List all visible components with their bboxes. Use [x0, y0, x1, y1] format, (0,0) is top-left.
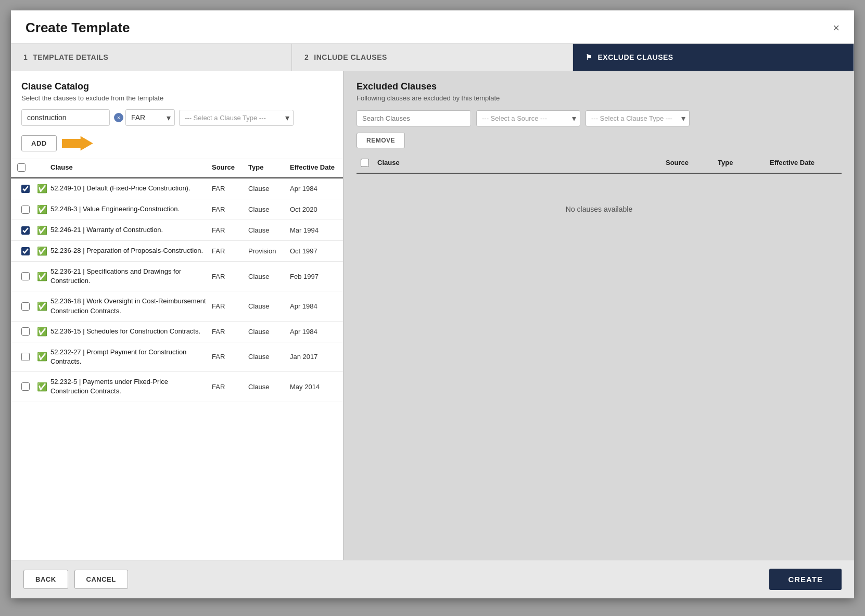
row-checkbox[interactable]	[21, 226, 30, 235]
tab-step-1: 1	[23, 53, 28, 61]
row-checkbox[interactable]	[21, 327, 30, 336]
tab-exclude-clauses[interactable]: ⚑ EXCLUDE CLAUSES	[573, 44, 854, 71]
add-button[interactable]: ADD	[21, 135, 57, 151]
catalog-table-header: Clause Source Type Effective Date	[11, 159, 343, 178]
excluded-source-select[interactable]: --- Select a Source --- FAR DFARS	[476, 110, 580, 126]
source-filter-wrapper: × FAR DFARS ▾	[114, 109, 175, 126]
clause-name: 52.246-21 | Warranty of Construction.	[50, 225, 212, 235]
back-button[interactable]: BACK	[23, 570, 68, 589]
clause-name: 52.232-27 | Prompt Payment for Construct…	[50, 348, 212, 366]
remove-button[interactable]: REMOVE	[357, 133, 405, 148]
cancel-button[interactable]: CANCEL	[74, 570, 128, 589]
clause-type-filter-wrapper: --- Select a Clause Type --- Clause Prov…	[179, 110, 294, 126]
table-row: ✅ 52.232-27 | Prompt Payment for Constru…	[11, 342, 343, 372]
source-cell: FAR	[212, 383, 248, 391]
type-cell: Clause	[248, 273, 290, 280]
catalog-subtitle: Select the clauses to exclude from the t…	[21, 94, 333, 102]
table-row: ✅ 52.249-10 | Default (Fixed-Price Const…	[11, 178, 343, 199]
flag-icon: ⚑	[586, 53, 593, 61]
tab-step-2: 2	[304, 53, 309, 61]
source-cell: FAR	[212, 302, 248, 310]
create-button[interactable]: CREATE	[769, 569, 842, 590]
clause-type-select[interactable]: --- Select a Clause Type --- Clause Prov…	[179, 110, 294, 126]
source-cell: FAR	[212, 247, 248, 255]
modal-footer: BACK CANCEL CREATE	[11, 560, 854, 598]
excluded-subtitle: Following clauses are excluded by this t…	[357, 94, 842, 102]
status-icon: ✅	[34, 301, 50, 311]
tab-template-details[interactable]: 1 TEMPLATE DETAILS	[11, 44, 292, 71]
date-cell: Oct 1997	[290, 247, 337, 255]
clause-name: 52.236-15 | Schedules for Construction C…	[50, 327, 212, 336]
row-checkbox[interactable]	[21, 272, 30, 280]
status-icon: ✅	[34, 382, 50, 392]
tab-label-exclude-clauses: EXCLUDE CLAUSES	[598, 53, 673, 61]
date-cell: Apr 1984	[290, 185, 337, 192]
table-row: ✅ 52.232-5 | Payments under Fixed-Price …	[11, 372, 343, 402]
type-cell: Clause	[248, 353, 290, 361]
source-select[interactable]: FAR DFARS	[125, 109, 175, 126]
type-cell: Clause	[248, 226, 290, 234]
table-row: ✅ 52.236-18 | Work Oversight in Cost-Rei…	[11, 291, 343, 321]
row-checkbox[interactable]	[21, 247, 30, 255]
excluded-clauses-panel: Excluded Clauses Following clauses are e…	[344, 71, 854, 560]
exc-col-date: Effective Date	[770, 159, 837, 169]
row-checkbox[interactable]	[21, 302, 30, 311]
excluded-table-body: No clauses available	[357, 174, 842, 549]
date-cell: Mar 1994	[290, 226, 337, 234]
exc-col-type: Type	[718, 159, 770, 169]
status-icon: ✅	[34, 352, 50, 362]
type-cell: Clause	[248, 185, 290, 192]
table-row: ✅ 52.236-21 | Specifications and Drawing…	[11, 262, 343, 291]
tab-label-template-details: TEMPLATE DETAILS	[33, 53, 108, 61]
close-button[interactable]: ×	[833, 22, 839, 34]
step-tabs: 1 TEMPLATE DETAILS 2 INCLUDE CLAUSES ⚑ E…	[11, 44, 854, 71]
source-cell: FAR	[212, 206, 248, 213]
source-cell: FAR	[212, 226, 248, 234]
source-cell: FAR	[212, 185, 248, 192]
excluded-filters: --- Select a Source --- FAR DFARS --- Se…	[357, 110, 842, 126]
clear-source-button[interactable]: ×	[114, 113, 123, 122]
col-clause-header: Clause	[50, 163, 212, 173]
status-icon: ✅	[34, 184, 50, 194]
excluded-title: Excluded Clauses	[357, 81, 842, 92]
excluded-table-header: Clause Source Type Effective Date	[357, 155, 842, 174]
tab-label-include-clauses: INCLUDE CLAUSES	[314, 53, 387, 61]
row-checkbox[interactable]	[21, 353, 30, 361]
col-type-header: Type	[248, 163, 290, 173]
no-clauses-text: No clauses available	[566, 205, 632, 213]
date-cell: May 2014	[290, 383, 337, 391]
search-input[interactable]	[21, 109, 110, 126]
exc-col-source: Source	[666, 159, 718, 169]
date-cell: Jan 2017	[290, 353, 337, 361]
tab-include-clauses[interactable]: 2 INCLUDE CLAUSES	[292, 44, 573, 71]
excluded-select-all-checkbox[interactable]	[361, 159, 369, 167]
clause-name: 52.248-3 | Value Engineering-Constructio…	[50, 204, 212, 214]
table-row: ✅ 52.236-15 | Schedules for Construction…	[11, 322, 343, 342]
source-cell: FAR	[212, 328, 248, 336]
col-status-header	[34, 163, 50, 173]
excluded-clause-type-select[interactable]: --- Select a Clause Type --- Clause Prov…	[586, 110, 690, 126]
row-checkbox[interactable]	[21, 185, 30, 193]
table-row: ✅ 52.248-3 | Value Engineering-Construct…	[11, 199, 343, 220]
status-icon: ✅	[34, 327, 50, 337]
date-cell: Oct 2020	[290, 206, 337, 213]
row-checkbox[interactable]	[21, 382, 30, 391]
status-icon: ✅	[34, 246, 50, 256]
col-date-header: Effective Date	[290, 163, 337, 173]
clause-name: 52.232-5 | Payments under Fixed-Price Co…	[50, 377, 212, 396]
modal-title: Create Template	[26, 20, 130, 36]
row-checkbox[interactable]	[21, 206, 30, 214]
create-template-modal: Create Template × 1 TEMPLATE DETAILS 2 I…	[11, 10, 854, 598]
type-cell: Clause	[248, 302, 290, 310]
col-check-all	[17, 163, 34, 173]
excluded-search-input[interactable]	[357, 110, 471, 126]
clause-catalog-panel: Clause Catalog Select the clauses to exc…	[11, 71, 344, 560]
no-clauses-message: No clauses available	[357, 174, 842, 245]
col-source-header: Source	[212, 163, 248, 173]
date-cell: Feb 1997	[290, 273, 337, 280]
footer-left-actions: BACK CANCEL	[23, 570, 128, 589]
table-row: ✅ 52.246-21 | Warranty of Construction. …	[11, 220, 343, 241]
select-all-checkbox[interactable]	[17, 163, 26, 172]
status-icon: ✅	[34, 204, 50, 214]
catalog-header: Clause Catalog Select the clauses to exc…	[11, 71, 343, 159]
